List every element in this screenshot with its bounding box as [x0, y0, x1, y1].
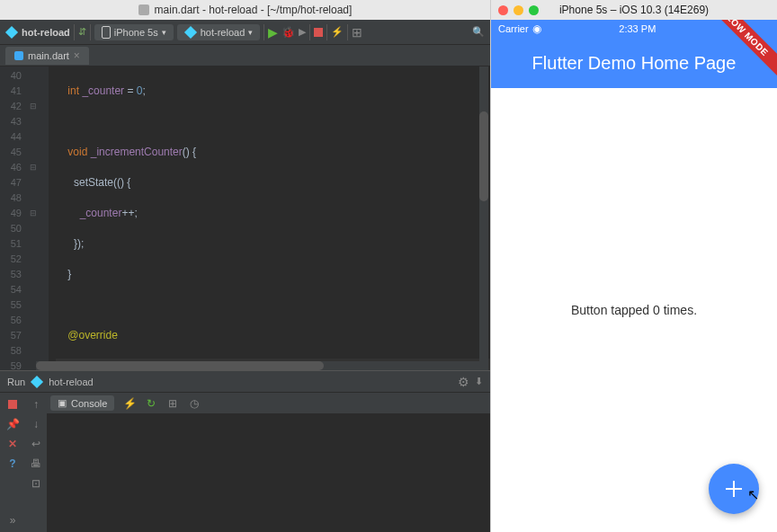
run-label: Run: [7, 377, 25, 387]
sync-icon[interactable]: ⇵: [78, 26, 86, 38]
console-label: Console: [71, 398, 107, 409]
down-icon[interactable]: ↓: [30, 418, 42, 430]
hot-reload-icon[interactable]: ⚡: [123, 397, 136, 410]
separator: [74, 24, 75, 40]
settings-icon[interactable]: ⊞: [352, 25, 362, 40]
run-header: Run hot-reload ⚙ ⬇: [0, 371, 490, 393]
separator: [263, 24, 264, 40]
ide-titlebar: main.dart - hot-reload - [~/tmp/hot-relo…: [0, 0, 490, 20]
terminal-icon: ▣: [58, 397, 67, 409]
sim-titlebar: iPhone 5s – iOS 10.3 (14E269): [491, 0, 777, 20]
download-icon[interactable]: ⬇: [475, 376, 483, 387]
carrier-label: Carrier: [498, 23, 529, 34]
device-label: iPhone 5s: [114, 27, 158, 38]
run-config-selector[interactable]: hot-reload: [177, 24, 261, 40]
phone-icon: [102, 26, 111, 39]
horizontal-scrollbar[interactable]: [36, 361, 479, 370]
editor-tab-bar: main.dart ×: [0, 45, 490, 66]
separator: [347, 24, 348, 40]
restart-icon[interactable]: ↻: [145, 397, 157, 410]
console-area: ▣ Console ⚡ ↻ ⊞ ◷: [47, 393, 490, 532]
project-name: hot-reload: [22, 27, 70, 38]
flutter-icon: [184, 26, 197, 39]
timer-icon[interactable]: ◷: [188, 397, 201, 410]
observatory-icon[interactable]: ⊞: [166, 397, 179, 410]
stop-button[interactable]: [6, 398, 19, 411]
code-editor[interactable]: 4041424344454647484950515253545556575859…: [0, 66, 490, 370]
device-selector[interactable]: iPhone 5s: [94, 24, 174, 40]
console-tabs: ▣ Console ⚡ ↻ ⊞ ◷: [47, 393, 490, 414]
separator: [309, 24, 310, 40]
flutter-icon: [5, 26, 18, 39]
coverage-button[interactable]: ▶: [299, 26, 306, 38]
wifi-icon: ◉: [532, 22, 541, 35]
gear-icon[interactable]: ⚙: [458, 375, 469, 389]
print-icon[interactable]: 🖶: [30, 457, 42, 470]
up-icon[interactable]: ↑: [30, 398, 42, 411]
ide-window: main.dart - hot-reload - [~/tmp/hot-relo…: [0, 0, 490, 532]
flutter-icon: [31, 376, 43, 388]
status-time: 2:33 PM: [619, 23, 656, 34]
tab-label: main.dart: [28, 50, 69, 61]
appbar-title: Flutter Demo Home Page: [532, 53, 737, 74]
body-text: Button tapped 0 times.: [571, 303, 697, 317]
pin-icon[interactable]: 📌: [6, 418, 19, 430]
vertical-scrollbar[interactable]: [479, 66, 488, 370]
wrap-icon[interactable]: ↩: [30, 438, 42, 450]
run-tool-window: Run hot-reload ⚙ ⬇ 📌 ✕ ? » ↑ ↓ ↩ 🖶: [0, 370, 490, 532]
file-icon: [138, 4, 149, 15]
run-button[interactable]: ▶: [268, 25, 278, 40]
device-screen[interactable]: Carrier ◉ 2:33 PM SLOW MODE Flutter Demo…: [491, 20, 777, 532]
search-icon[interactable]: 🔍: [472, 26, 485, 38]
fold-gutter[interactable]: ⊟ ⊟ ⊟: [27, 66, 40, 370]
close-icon[interactable]: ✕: [6, 438, 19, 450]
separator: [90, 24, 91, 40]
help-icon[interactable]: ?: [6, 457, 19, 470]
console-output[interactable]: [47, 414, 490, 532]
dart-icon: [14, 51, 23, 60]
code-content[interactable]: int _counter = 0; void _incrementCounter…: [49, 66, 490, 370]
console-nav: ↑ ↓ ↩ 🖶 ⊡: [25, 393, 47, 532]
main-toolbar: hot-reload ⇵ iPhone 5s hot-reload ▶ 🐞 ▶ …: [0, 20, 490, 45]
tab-main-dart[interactable]: main.dart ×: [5, 47, 89, 65]
screen-icon[interactable]: ⊡: [30, 477, 42, 490]
sim-title: iPhone 5s – iOS 10.3 (14E269): [491, 4, 777, 16]
close-icon[interactable]: ×: [74, 49, 80, 62]
ios-simulator: iPhone 5s – iOS 10.3 (14E269) Carrier ◉ …: [490, 0, 777, 532]
tab-console[interactable]: ▣ Console: [50, 395, 114, 411]
run-config-name: hot-reload: [49, 377, 94, 387]
app-bar: Flutter Demo Home Page: [491, 38, 777, 88]
line-gutter: 4041424344454647484950515253545556575859: [0, 66, 27, 370]
title-text: main.dart - hot-reload - [~/tmp/hot-relo…: [155, 4, 353, 16]
stop-button[interactable]: [314, 28, 323, 37]
vcs-gutter: [40, 66, 49, 370]
hot-reload-button[interactable]: ⚡: [331, 26, 344, 38]
debug-button[interactable]: 🐞: [281, 26, 295, 39]
more-icon[interactable]: »: [6, 514, 19, 527]
run-toolbar: 📌 ✕ ? »: [0, 393, 25, 532]
separator: [326, 24, 327, 40]
floating-action-button[interactable]: [709, 464, 759, 514]
config-label: hot-reload: [201, 27, 246, 38]
